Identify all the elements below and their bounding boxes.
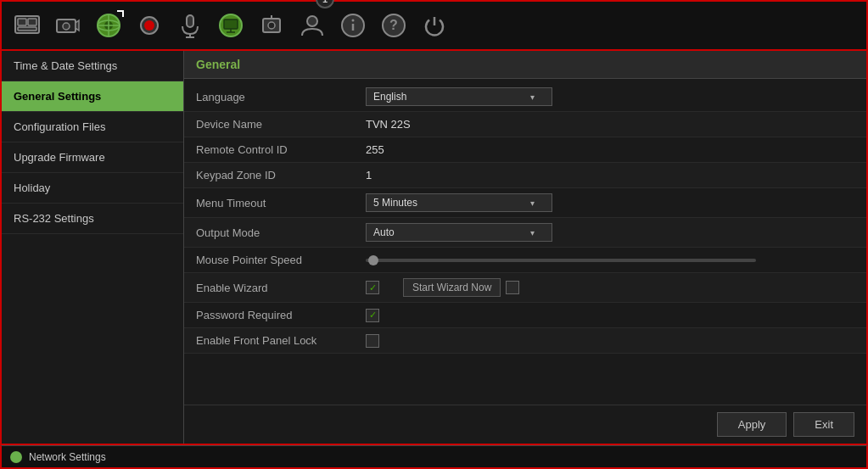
content-header: General	[184, 51, 866, 79]
mouse-speed-label: Mouse Pointer Speed	[196, 254, 366, 266]
svg-rect-2	[28, 19, 36, 25]
menu-timeout-label: Menu Timeout	[196, 197, 366, 209]
main-area: Time & Date Settings General Settings Co…	[0, 51, 868, 445]
keypad-zone-value: 1	[366, 169, 854, 181]
enable-wizard-row: Enable Wizard Start Wizard Now	[184, 273, 866, 303]
front-panel-lock-label: Enable Front Panel Lock	[196, 334, 366, 347]
output-mode-dropdown[interactable]: Auto	[366, 223, 552, 242]
output-mode-row: Output Mode Auto	[184, 218, 866, 248]
network-active-icon[interactable]	[92, 8, 126, 42]
svg-rect-14	[187, 15, 193, 27]
start-wizard-button[interactable]: Start Wizard Now	[403, 278, 501, 297]
enable-wizard-value: Start Wizard Now	[366, 278, 854, 297]
device-name-value: TVN 22S	[366, 118, 854, 131]
sidebar-item-rs232[interactable]: RS-232 Settings	[2, 204, 183, 234]
keypad-zone-label: Keypad Zone ID	[196, 169, 366, 181]
menu-timeout-value: 5 Minutes	[366, 193, 854, 212]
display-active-icon[interactable]	[214, 8, 248, 42]
remote-control-row: Remote Control ID 255	[184, 137, 866, 163]
svg-marker-5	[76, 20, 79, 31]
audio-icon[interactable]	[173, 8, 207, 42]
password-required-row: Password Required	[184, 303, 866, 328]
help-icon[interactable]: ?	[377, 8, 411, 42]
front-panel-lock-value	[366, 334, 854, 348]
sidebar-item-holiday[interactable]: Holiday	[2, 173, 183, 204]
live-view-icon[interactable]	[10, 8, 44, 42]
enable-wizard-label: Enable Wizard	[196, 282, 366, 294]
user-icon[interactable]	[295, 8, 329, 42]
svg-rect-18	[224, 20, 238, 29]
device-name-label: Device Name	[196, 118, 366, 131]
sidebar-item-time-date[interactable]: Time & Date Settings	[2, 51, 183, 81]
info-icon[interactable]	[336, 8, 370, 42]
svg-point-6	[63, 23, 70, 30]
svg-point-24	[307, 16, 317, 26]
alarm-icon[interactable]	[255, 8, 288, 42]
network-status-label: Network Settings	[29, 451, 106, 463]
apply-button[interactable]: Apply	[717, 412, 787, 437]
start-wizard-checkbox[interactable]	[506, 281, 519, 294]
sidebar-item-general-settings[interactable]: General Settings	[2, 81, 183, 112]
menu-timeout-dropdown[interactable]: 5 Minutes	[366, 193, 552, 212]
sidebar-item-config-files[interactable]: Configuration Files	[2, 112, 183, 142]
password-required-value	[366, 309, 854, 322]
statusbar: Network Settings	[0, 445, 868, 469]
device-name-row: Device Name TVN 22S	[184, 112, 866, 137]
front-panel-lock-row: Enable Front Panel Lock	[184, 328, 866, 354]
svg-point-27	[352, 20, 355, 22]
sidebar: Time & Date Settings General Settings Co…	[2, 51, 184, 444]
mouse-speed-row: Mouse Pointer Speed	[184, 248, 866, 273]
mouse-speed-slider-track	[366, 259, 756, 262]
content-body: Language English Device Name TVN 22S Rem…	[184, 79, 866, 405]
toolbar: 1	[0, 0, 868, 51]
language-label: Language	[196, 91, 366, 103]
mouse-speed-slider-thumb[interactable]	[368, 255, 378, 265]
mouse-speed-value	[366, 259, 854, 262]
menu-timeout-row: Menu Timeout 5 Minutes	[184, 188, 866, 218]
password-required-label: Password Required	[196, 309, 366, 321]
language-value: English	[366, 87, 854, 106]
language-row: Language English	[184, 82, 866, 112]
output-mode-value: Auto	[366, 223, 854, 242]
keypad-zone-row: Keypad Zone ID 1	[184, 163, 866, 188]
power-icon[interactable]	[417, 8, 451, 42]
start-wizard-container: Start Wizard Now	[386, 278, 519, 297]
enable-wizard-checkbox[interactable]	[366, 281, 379, 294]
svg-point-22	[268, 22, 275, 29]
svg-text:?: ?	[389, 18, 398, 32]
network-status-dot	[10, 451, 22, 463]
language-dropdown[interactable]: English	[366, 87, 552, 106]
remote-control-label: Remote Control ID	[196, 143, 366, 156]
camera-icon[interactable]	[51, 8, 85, 42]
svg-point-13	[144, 20, 154, 31]
exit-button[interactable]: Exit	[793, 412, 854, 437]
svg-rect-1	[18, 19, 26, 25]
svg-rect-3	[18, 27, 36, 31]
remote-control-value: 255	[366, 143, 854, 156]
record-icon[interactable]	[132, 8, 166, 42]
sidebar-item-upgrade-firmware[interactable]: Upgrade Firmware	[2, 142, 183, 173]
annotation-1: 1	[316, 0, 334, 8]
content-footer: Apply Exit	[184, 405, 866, 444]
password-required-checkbox[interactable]	[366, 309, 379, 322]
output-mode-label: Output Mode	[196, 226, 366, 239]
content-panel: General Language English Device Name TVN…	[184, 51, 866, 444]
front-panel-lock-checkbox[interactable]	[366, 334, 379, 348]
